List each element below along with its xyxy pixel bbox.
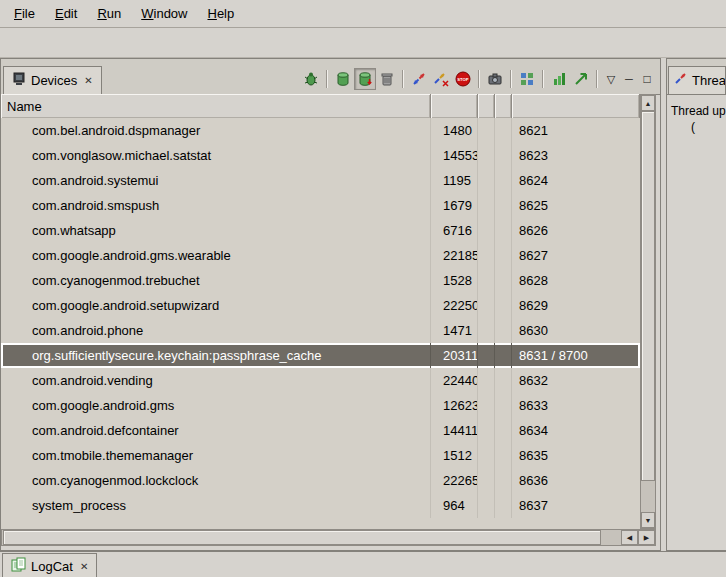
method-profiling-icon[interactable] <box>548 68 570 90</box>
process-pid-cell: 22440 <box>431 368 478 393</box>
table-row[interactable]: com.google.android.gms.wearable 22185 86… <box>1 243 640 268</box>
process-port-cell: 8633 <box>512 393 640 418</box>
toolbar-separator <box>478 70 480 88</box>
tab-threads-label: Threads <box>692 73 726 88</box>
indicator-cell <box>495 418 512 443</box>
table-row[interactable]: com.cyanogenmod.trebuchet 1528 8628 <box>1 268 640 293</box>
scroll-up-icon[interactable]: ▲ <box>641 95 655 111</box>
horizontal-scrollbar[interactable]: ◀ ▶ <box>1 529 656 546</box>
table-row[interactable]: com.android.defcontainer 14411 8634 <box>1 418 640 443</box>
column-header-name[interactable]: Name <box>1 94 431 118</box>
process-pid-cell: 14553 <box>431 143 478 168</box>
devices-tabbar: Devices ✕ STOP ▽ <box>1 59 660 95</box>
indicator-cell <box>495 143 512 168</box>
scroll-right-icon[interactable]: ▶ <box>638 530 655 545</box>
indicator-cell <box>495 368 512 393</box>
indicator-cell <box>478 443 495 468</box>
process-port-cell: 8634 <box>512 418 640 443</box>
process-name-cell: com.android.vending <box>1 368 431 393</box>
devices-toolbar: STOP ▽ ─ □ <box>300 68 660 94</box>
vertical-scrollbar[interactable]: ▲ ▼ <box>640 94 656 529</box>
process-pid-cell: 1528 <box>431 268 478 293</box>
process-port-cell: 8630 <box>512 318 640 343</box>
update-threads-icon[interactable] <box>408 68 430 90</box>
column-header-port[interactable] <box>512 94 640 118</box>
process-name-cell: com.android.phone <box>1 318 431 343</box>
table-row[interactable]: com.android.systemui 1195 8624 <box>1 168 640 193</box>
process-pid-cell: 1512 <box>431 443 478 468</box>
process-name-cell: com.google.android.gms.wearable <box>1 243 431 268</box>
table-row[interactable]: com.whatsapp 6716 8626 <box>1 218 640 243</box>
process-pid-cell: 964 <box>431 493 478 518</box>
process-port-cell: 8635 <box>512 443 640 468</box>
process-name-cell: com.android.systemui <box>1 168 431 193</box>
process-name-cell: com.bel.android.dspmanager <box>1 118 431 143</box>
menu-help[interactable]: Help <box>197 3 244 24</box>
screenshot-icon[interactable] <box>484 68 506 90</box>
devices-view: Devices ✕ STOP ▽ <box>0 58 661 551</box>
indicator-cell <box>495 318 512 343</box>
table-row[interactable]: com.android.vending 22440 8632 <box>1 368 640 393</box>
process-pid-cell: 14411 <box>431 418 478 443</box>
view-menu-icon[interactable]: ▽ <box>602 70 620 88</box>
close-icon[interactable]: ✕ <box>82 75 92 86</box>
menu-window[interactable]: Window <box>131 3 197 24</box>
process-port-cell: 8628 <box>512 268 640 293</box>
tab-threads[interactable]: Threads <box>668 66 726 94</box>
table-row[interactable]: com.android.smspush 1679 8625 <box>1 193 640 218</box>
indicator-cell <box>478 268 495 293</box>
scrollbar-thumb[interactable] <box>3 530 601 545</box>
tab-devices[interactable]: Devices ✕ <box>3 66 102 94</box>
tab-logcat-label: LogCat <box>31 559 73 574</box>
process-name-cell: com.tmobile.thememanager <box>1 443 431 468</box>
close-icon[interactable]: ✕ <box>78 561 88 572</box>
tab-logcat[interactable]: LogCat ✕ <box>2 553 97 577</box>
table-row[interactable]: com.cyanogenmod.lockclock 22265 8636 <box>1 468 640 493</box>
indicator-cell <box>478 368 495 393</box>
process-name-cell: com.android.smspush <box>1 193 431 218</box>
indicator-cell <box>478 193 495 218</box>
table-row[interactable]: com.bel.android.dspmanager 1480 8621 <box>1 118 640 143</box>
debug-icon[interactable] <box>300 68 322 90</box>
table-row[interactable]: org.sufficientlysecure.keychain:passphra… <box>1 343 640 368</box>
table-row[interactable]: com.google.android.setupwizard 22250 862… <box>1 293 640 318</box>
devices-tab-icon <box>12 72 26 89</box>
menu-edit[interactable]: Edit <box>45 3 87 24</box>
indicator-cell <box>478 418 495 443</box>
table-row[interactable]: com.tmobile.thememanager 1512 8635 <box>1 443 640 468</box>
scroll-down-icon[interactable]: ▼ <box>641 512 655 528</box>
menubar: File Edit Run Window Help <box>0 0 726 28</box>
table-row[interactable]: com.android.phone 1471 8630 <box>1 318 640 343</box>
toolbar-separator <box>510 70 512 88</box>
update-heap-icon[interactable] <box>354 68 376 90</box>
process-pid-cell: 1195 <box>431 168 478 193</box>
column-header[interactable] <box>495 94 512 118</box>
table-row[interactable]: com.vonglasow.michael.satstat 14553 8623 <box>1 143 640 168</box>
threads-message: Thread up ( <box>667 95 726 135</box>
menu-file[interactable]: File <box>4 3 45 24</box>
scrollbar-thumb[interactable] <box>641 111 655 481</box>
scroll-left-icon[interactable]: ◀ <box>621 530 638 545</box>
table-row[interactable]: com.google.android.gms 12623 8633 <box>1 393 640 418</box>
main-toolbar <box>0 28 726 58</box>
indicator-cell <box>495 468 512 493</box>
indicator-cell <box>478 318 495 343</box>
indicator-cell <box>495 343 512 368</box>
hierarchy-view-icon[interactable] <box>516 68 538 90</box>
column-header-pid[interactable] <box>431 94 478 118</box>
start-profiling-icon[interactable] <box>570 68 592 90</box>
minimize-icon[interactable]: ─ <box>620 70 638 88</box>
threads-tabbar: Threads <box>667 59 726 95</box>
table-row[interactable]: system_process 964 8637 <box>1 493 640 518</box>
threads-icon[interactable] <box>430 68 452 90</box>
maximize-icon[interactable]: □ <box>638 70 656 88</box>
column-header[interactable] <box>478 94 495 118</box>
indicator-cell <box>478 393 495 418</box>
menu-run[interactable]: Run <box>87 3 131 24</box>
toolbar-separator <box>596 70 598 88</box>
stop-process-icon[interactable]: STOP <box>452 68 474 90</box>
toolbar-separator <box>326 70 328 88</box>
heap-icon[interactable] <box>332 68 354 90</box>
gc-icon[interactable] <box>376 68 398 90</box>
process-pid-cell: 1679 <box>431 193 478 218</box>
